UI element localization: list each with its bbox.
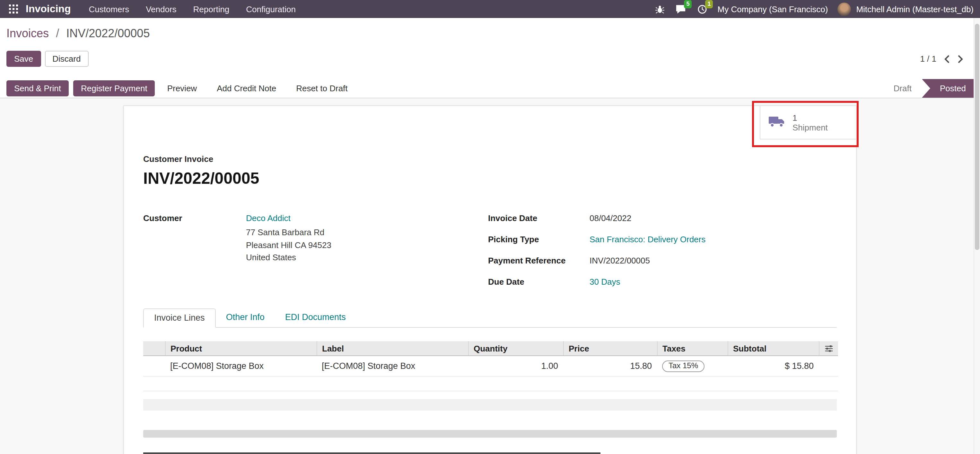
- menu-configuration[interactable]: Configuration: [246, 4, 296, 14]
- invoice-form-sheet: 1 Shipment Customer Invoice INV/2022/000…: [123, 105, 857, 454]
- due-date-link[interactable]: 30 Days: [590, 275, 620, 288]
- shipment-count: 1: [792, 113, 828, 123]
- menu-customers[interactable]: Customers: [89, 4, 129, 14]
- invoice-date-label: Invoice Date: [488, 212, 590, 225]
- status-widget: Draft Posted: [883, 79, 980, 98]
- menu-vendors[interactable]: Vendors: [146, 4, 176, 14]
- empty-line-row[interactable]: [143, 376, 838, 391]
- cell-taxes: Tax 15%: [657, 356, 728, 376]
- top-navbar: Invoicing Customers Vendors Reporting Co…: [0, 0, 980, 18]
- payment-reference-value[interactable]: INV/2022/00005: [590, 254, 650, 267]
- column-drag-handle: [143, 341, 165, 356]
- cell-product[interactable]: [E-COM08] Storage Box: [165, 356, 317, 376]
- user-avatar[interactable]: [837, 2, 851, 16]
- pager-next-icon[interactable]: [958, 54, 963, 63]
- tab-edi-documents[interactable]: EDI Documents: [275, 309, 356, 327]
- invoice-line-row[interactable]: [E-COM08] Storage Box [E-COM08] Storage …: [143, 356, 838, 376]
- debug-bug-icon[interactable]: [654, 3, 666, 15]
- pager-previous-icon[interactable]: [944, 54, 950, 63]
- optional-columns-icon[interactable]: [824, 344, 833, 352]
- column-label[interactable]: Label: [317, 341, 468, 356]
- truck-icon: [768, 114, 786, 131]
- save-button[interactable]: Save: [6, 51, 41, 67]
- column-subtotal[interactable]: Subtotal: [728, 341, 819, 356]
- control-panel: Save Discard 1 / 1: [0, 45, 980, 79]
- customer-group: Customer Deco Addict 77 Santa Barbara Rd…: [143, 212, 488, 296]
- cell-options: [819, 356, 838, 376]
- tab-invoice-lines[interactable]: Invoice Lines: [143, 309, 216, 328]
- address-line-2: Pleasant Hill CA 94523: [246, 239, 331, 251]
- address-line-1: 77 Santa Barbara Rd: [246, 226, 331, 239]
- app-name[interactable]: Invoicing: [26, 3, 71, 15]
- breadcrumb-invoices-link[interactable]: Invoices: [6, 27, 49, 40]
- status-posted[interactable]: Posted: [922, 79, 980, 98]
- apps-menu-icon[interactable]: [6, 2, 21, 16]
- shipment-stat-text: 1 Shipment: [792, 113, 828, 132]
- shipment-stat-button[interactable]: 1 Shipment: [760, 106, 856, 139]
- messages-icon[interactable]: 5: [675, 3, 687, 15]
- breadcrumb-current-record: INV/2022/00005: [66, 27, 150, 40]
- notebook-tabs: Invoice Lines Other Info EDI Documents: [143, 309, 837, 328]
- picking-type-label: Picking Type: [488, 233, 590, 246]
- customer-field-label: Customer: [143, 212, 246, 264]
- invoice-lines-table: Product Label Quantity Price Taxes Subto…: [143, 341, 838, 391]
- column-product[interactable]: Product: [165, 341, 317, 356]
- invoice-number-title: INV/2022/00005: [143, 168, 837, 188]
- invoicing-app-window: Invoicing Customers Vendors Reporting Co…: [0, 0, 980, 454]
- statusbar: Send & Print Register Payment Preview Ad…: [0, 79, 980, 98]
- due-date-label: Due Date: [488, 275, 590, 288]
- column-options: [819, 341, 838, 356]
- invoice-details-group: Invoice Date 08/04/2022 Picking Type San…: [488, 212, 837, 296]
- status-draft[interactable]: Draft: [883, 79, 922, 98]
- breadcrumb-separator: /: [56, 27, 59, 40]
- button-box: 1 Shipment: [124, 106, 856, 139]
- cell-price[interactable]: 15.80: [563, 356, 657, 376]
- content-area: 1 Shipment Customer Invoice INV/2022/000…: [0, 98, 980, 454]
- table-header-row: Product Label Quantity Price Taxes Subto…: [143, 341, 838, 356]
- column-price[interactable]: Price: [563, 341, 657, 356]
- reset-to-draft-button[interactable]: Reset to Draft: [288, 80, 355, 96]
- placeholder-bar-1: [143, 399, 837, 411]
- document-type-label: Customer Invoice: [143, 154, 837, 164]
- address-line-3: United States: [246, 251, 331, 264]
- scrollbar-thumb[interactable]: [975, 24, 979, 250]
- column-taxes[interactable]: Taxes: [657, 341, 728, 356]
- send-print-button[interactable]: Send & Print: [6, 80, 69, 96]
- cell-quantity[interactable]: 1.00: [468, 356, 563, 376]
- shipment-label: Shipment: [792, 123, 828, 132]
- tax-tag[interactable]: Tax 15%: [662, 360, 705, 372]
- breadcrumb: Invoices / INV/2022/00005: [0, 18, 980, 45]
- pager-counter: 1 / 1: [920, 54, 936, 64]
- payment-reference-label: Payment Reference: [488, 254, 590, 267]
- column-quantity[interactable]: Quantity: [468, 341, 563, 356]
- activities-clock-icon[interactable]: 1: [697, 3, 708, 15]
- cell-label[interactable]: [E-COM08] Storage Box: [317, 356, 468, 376]
- vertical-scrollbar[interactable]: [974, 18, 980, 454]
- customer-address: 77 Santa Barbara Rd Pleasant Hill CA 945…: [246, 226, 331, 264]
- add-credit-note-button[interactable]: Add Credit Note: [209, 80, 284, 96]
- navbar-systray: 5 1 My Company (San Francisco) Mitchell …: [654, 2, 974, 16]
- activities-badge: 1: [705, 0, 713, 8]
- section-divider: [143, 452, 600, 454]
- invoice-date-value[interactable]: 08/04/2022: [590, 212, 631, 225]
- messages-badge: 5: [684, 0, 692, 8]
- cell-subtotal: $ 15.80: [728, 356, 819, 376]
- invoice-header-fields: Customer Deco Addict 77 Santa Barbara Rd…: [143, 212, 837, 296]
- preview-button[interactable]: Preview: [159, 80, 205, 96]
- cell-drag-handle[interactable]: [143, 356, 165, 376]
- placeholder-bar-2: [143, 430, 837, 438]
- company-switcher[interactable]: My Company (San Francisco): [718, 4, 828, 14]
- tab-other-info[interactable]: Other Info: [216, 309, 275, 327]
- user-menu[interactable]: Mitchell Admin (Master-test_db): [856, 4, 974, 14]
- register-payment-button[interactable]: Register Payment: [73, 80, 155, 96]
- customer-link[interactable]: Deco Addict: [246, 212, 331, 225]
- menu-reporting[interactable]: Reporting: [193, 4, 229, 14]
- picking-type-link[interactable]: San Francisco: Delivery Orders: [590, 233, 705, 246]
- discard-button[interactable]: Discard: [45, 51, 88, 67]
- record-pager: 1 / 1: [920, 54, 974, 64]
